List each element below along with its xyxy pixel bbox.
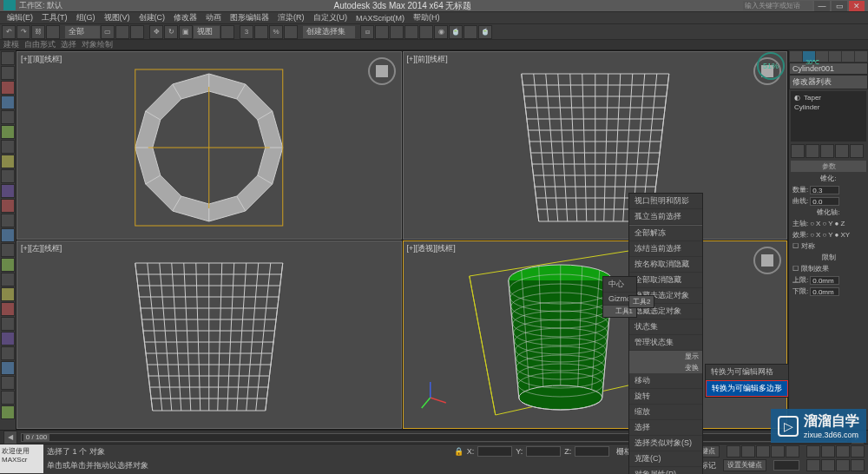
- lt-tool-8[interactable]: [1, 155, 15, 168]
- menu-graph[interactable]: 图形编辑器: [227, 12, 273, 23]
- select-name-button[interactable]: [115, 25, 129, 39]
- named-selection[interactable]: 创建选择集: [303, 26, 355, 38]
- nav-fov-button[interactable]: [836, 445, 850, 458]
- tab-display-icon[interactable]: [842, 51, 854, 62]
- lower-spinner[interactable]: 0.0mm: [810, 287, 839, 296]
- menu-custom[interactable]: 自定义(U): [310, 12, 352, 23]
- effect-x-radio[interactable]: ○: [810, 231, 814, 239]
- lt-tool-10[interactable]: [1, 184, 15, 198]
- lt-tool-5[interactable]: [1, 110, 15, 124]
- lt-tool-14[interactable]: [1, 243, 15, 257]
- move-button[interactable]: ✥: [149, 25, 163, 39]
- rollout-params[interactable]: 参数: [791, 161, 866, 172]
- timeline-prev-icon[interactable]: ◀: [3, 431, 17, 444]
- stack-item-cylinder[interactable]: Cylinder: [792, 102, 865, 112]
- effect-y-radio[interactable]: ○: [822, 231, 826, 239]
- curve-editor-button[interactable]: [404, 25, 418, 39]
- cm-clone[interactable]: 克隆(C): [629, 451, 702, 467]
- tab-selection[interactable]: 选择: [61, 39, 76, 50]
- lt-tool-6[interactable]: [1, 125, 15, 139]
- lt-tool-25[interactable]: [1, 405, 15, 419]
- menu-create[interactable]: 创建(C): [135, 12, 169, 23]
- amount-spinner[interactable]: 0.3: [810, 186, 839, 194]
- lt-tool-12[interactable]: [1, 214, 15, 227]
- cm-obj-props[interactable]: 对象属性(P)...: [629, 467, 702, 474]
- redo-button[interactable]: ↷: [16, 25, 30, 39]
- lt-tool-16[interactable]: [1, 273, 15, 286]
- axis-y-radio[interactable]: ○: [822, 220, 826, 227]
- layers-button[interactable]: [390, 25, 404, 39]
- viewport-front[interactable]: [+][前][线框]: [403, 51, 788, 240]
- menu-help[interactable]: 帮助(H): [410, 12, 444, 23]
- viewport-persp-label[interactable]: [+][透视][线框]: [407, 243, 456, 254]
- play-button[interactable]: [756, 445, 770, 458]
- mirror-button[interactable]: ⧈: [360, 25, 374, 39]
- stack-remove-button[interactable]: [835, 144, 849, 158]
- viewport-front-label[interactable]: [+][前][线框]: [407, 54, 448, 65]
- lt-tool-22[interactable]: [1, 361, 15, 375]
- schematic-button[interactable]: [419, 25, 433, 39]
- cm-center[interactable]: 中心: [603, 277, 636, 293]
- setkey-button[interactable]: 设置关键点: [723, 459, 766, 471]
- time-slider-thumb[interactable]: 0 / 100: [23, 433, 49, 442]
- lt-tool-9[interactable]: [1, 169, 15, 183]
- frame-input[interactable]: [773, 460, 799, 471]
- cm-rotate[interactable]: 旋转: [629, 389, 702, 405]
- object-name-field[interactable]: Cylinder001: [789, 63, 868, 75]
- cm-freeze-sel[interactable]: 冻结当前选择: [629, 241, 702, 257]
- stack-show-button[interactable]: [806, 144, 819, 158]
- percent-snap-button[interactable]: %: [269, 25, 283, 39]
- menu-view[interactable]: 视图(V): [101, 12, 134, 23]
- viewport-left-label[interactable]: [+][左][线框]: [21, 243, 62, 254]
- link-button[interactable]: ⛓: [31, 25, 45, 39]
- cm-unhide-all[interactable]: 全部取消隐藏: [629, 273, 702, 288]
- lock-icon[interactable]: 🔒: [454, 447, 464, 456]
- undo-button[interactable]: ↶: [2, 25, 16, 39]
- tab-motion-icon[interactable]: [829, 51, 841, 62]
- lt-tool-18[interactable]: [1, 302, 15, 316]
- menu-animation[interactable]: 动画: [202, 12, 225, 23]
- tab-modeling[interactable]: 建模: [3, 39, 19, 50]
- menu-tools[interactable]: 工具(T): [38, 12, 71, 23]
- cm-unhide-name[interactable]: 按名称取消隐藏: [629, 257, 702, 273]
- ref-coord-dropdown[interactable]: 视图: [194, 26, 220, 38]
- lt-tool-1[interactable]: [1, 51, 15, 65]
- center-button[interactable]: [220, 25, 234, 39]
- menu-maxscript[interactable]: MAXScript(M): [352, 14, 408, 23]
- lt-tool-3[interactable]: [1, 81, 15, 95]
- nav-pan-button[interactable]: [851, 445, 865, 458]
- lt-tool-7[interactable]: [1, 140, 15, 154]
- stack-config-button[interactable]: [850, 144, 864, 158]
- coord-z-input[interactable]: [575, 446, 609, 457]
- cm-convert-mesh[interactable]: 转换为可编辑网格: [706, 365, 788, 380]
- close-button[interactable]: ✕: [849, 1, 865, 11]
- snap-button[interactable]: 3: [240, 25, 253, 39]
- tab-utilities-icon[interactable]: [855, 51, 867, 62]
- lt-tool-19[interactable]: [1, 317, 15, 331]
- unlink-button[interactable]: [46, 25, 60, 39]
- search-input[interactable]: 输入关键字或短语: [743, 1, 812, 10]
- lt-tool-15[interactable]: [1, 258, 15, 272]
- cm-move[interactable]: 移动: [629, 373, 702, 389]
- minimize-button[interactable]: —: [814, 1, 830, 11]
- cm-select-similar[interactable]: 选择类似对象(S): [629, 436, 702, 451]
- time-slider[interactable]: 0 / 100: [21, 433, 847, 442]
- menu-modifiers[interactable]: 修改器: [170, 12, 201, 23]
- scale-button[interactable]: ▣: [179, 25, 193, 39]
- lt-tool-20[interactable]: [1, 332, 15, 346]
- maximize-button[interactable]: ▭: [832, 1, 847, 11]
- menu-edit[interactable]: 编辑(E): [3, 12, 36, 23]
- render-setup-button[interactable]: 🍵: [449, 25, 463, 39]
- maxscript-listener[interactable]: 欢迎使用MAXScr: [0, 444, 43, 473]
- stack-item-taper[interactable]: ◐Taper: [792, 93, 865, 102]
- stack-unique-button[interactable]: [820, 144, 834, 158]
- lt-tool-13[interactable]: [1, 228, 15, 242]
- limit-effect-checkbox[interactable]: ☐: [792, 265, 799, 273]
- play-prev-button[interactable]: [741, 445, 755, 458]
- viewport-top-label[interactable]: [+][顶][线框]: [21, 54, 62, 65]
- menu-group[interactable]: 组(G): [73, 12, 99, 23]
- play-end-button[interactable]: [786, 445, 799, 458]
- material-editor-button[interactable]: ◉: [434, 25, 448, 39]
- cm-convert-poly[interactable]: 转换为可编辑多边形: [706, 380, 788, 397]
- nav-orbit-button[interactable]: [806, 459, 820, 471]
